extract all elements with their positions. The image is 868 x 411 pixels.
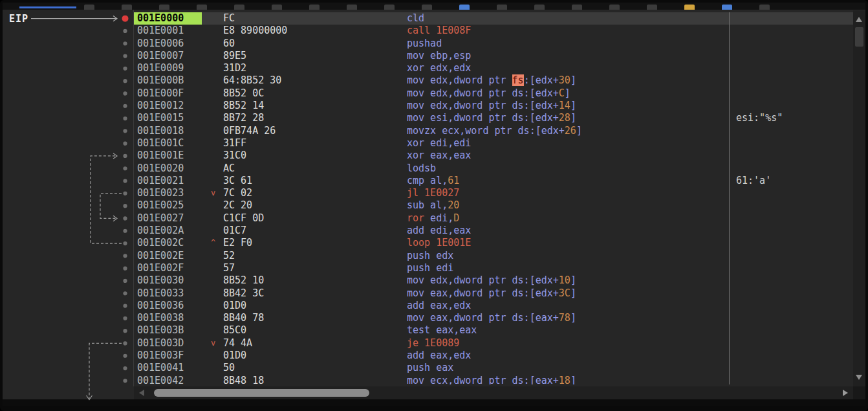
breakpoint-dot[interactable] [123, 254, 127, 258]
breakpoint-dot[interactable] [123, 291, 127, 295]
breakpoint-dot[interactable] [123, 91, 127, 95]
address-cell[interactable]: 001E0030 [134, 274, 202, 287]
instruction-cell[interactable]: mov eax,dword ptr ds:[edx+3C] [407, 287, 730, 300]
bytes-cell[interactable]: 8B72 28 [223, 112, 407, 124]
disasm-row[interactable]: 001E00180FB74A 26movzx ecx,word ptr ds:[… [134, 125, 853, 137]
instruction-cell[interactable]: je 1E0089 [407, 337, 730, 350]
disasm-row[interactable]: 001E004150push eax [134, 362, 853, 374]
instruction-cell[interactable]: sub al,20 [407, 199, 730, 212]
address-cell[interactable]: 001E0038 [134, 312, 202, 324]
address-cell[interactable]: 001E003D [134, 337, 202, 350]
disasm-row[interactable]: 001E003Dv74 4Aje 1E0089 [134, 337, 853, 350]
breakpoint-dot[interactable] [123, 54, 127, 58]
breakpoint-dot[interactable] [123, 41, 127, 45]
bytes-cell[interactable]: 7C 02 [223, 187, 407, 199]
breakpoint-dot[interactable] [123, 241, 127, 245]
breakpoint-dot[interactable] [123, 366, 127, 370]
scroll-down-icon[interactable] [856, 375, 862, 380]
toolbar-icon[interactable] [609, 5, 620, 10]
bytes-cell[interactable]: FC [223, 12, 407, 25]
address-cell[interactable]: 001E001E [134, 150, 202, 162]
breakpoint-dot[interactable] [123, 317, 127, 320]
instruction-cell[interactable]: xor edi,edi [407, 137, 730, 150]
toolbar-icon[interactable] [759, 5, 770, 10]
toolbar-icon[interactable] [497, 5, 507, 10]
breakpoint-dot[interactable] [123, 304, 127, 307]
bytes-cell[interactable]: 01D0 [223, 300, 407, 312]
toolbar-icon[interactable] [422, 5, 432, 10]
bytes-cell[interactable]: 01D0 [223, 350, 407, 362]
disasm-row[interactable]: 001E003B85C0test eax,eax [134, 324, 853, 337]
breakpoint-dot[interactable] [123, 354, 127, 358]
bytes-cell[interactable]: 01C7 [223, 225, 407, 237]
address-cell[interactable]: 001E0006 [134, 38, 202, 50]
instruction-cell[interactable]: pushad [407, 38, 730, 50]
disasm-row[interactable]: 001E002E52push edx [134, 250, 853, 262]
bytes-cell[interactable]: 74 4A [223, 337, 407, 350]
instruction-cell[interactable]: mov ecx,dword ptr ds:[eax+18] [407, 375, 730, 384]
scroll-right-icon[interactable] [843, 390, 848, 396]
address-cell[interactable]: 001E001C [134, 137, 202, 150]
bytes-cell[interactable]: 60 [223, 38, 407, 50]
breakpoint-dot[interactable] [123, 67, 127, 71]
disasm-row[interactable]: 001E00128B52 14mov edx,dword ptr ds:[edx… [134, 100, 853, 112]
instruction-cell[interactable]: movzx ecx,word ptr ds:[edx+26] [407, 125, 730, 137]
breakpoint-dot[interactable] [123, 341, 127, 345]
breakpoint-dot[interactable] [123, 142, 127, 146]
instruction-cell[interactable]: mov eax,dword ptr ds:[eax+78] [407, 312, 730, 324]
toolbar-icon[interactable] [234, 5, 244, 10]
bytes-cell[interactable]: E8 89000000 [223, 25, 407, 37]
bytes-cell[interactable]: 31D2 [223, 62, 407, 74]
vertical-scrollbar[interactable] [853, 10, 865, 386]
bytes-cell[interactable]: 0FB74A 26 [223, 125, 407, 137]
address-cell[interactable]: 001E0027 [134, 212, 202, 225]
bytes-cell[interactable]: E2 F0 [223, 237, 407, 249]
bytes-cell[interactable]: 8B40 78 [223, 312, 407, 324]
instruction-cell[interactable]: add eax,edx [407, 300, 730, 312]
disasm-row[interactable]: 001E0000FCcld [134, 12, 853, 25]
address-cell[interactable]: 001E0020 [134, 162, 202, 175]
instruction-cell[interactable]: mov ebp,esp [407, 50, 730, 62]
address-cell[interactable]: 001E000B [134, 74, 202, 87]
bytes-cell[interactable]: 64:8B52 30 [223, 74, 407, 87]
disasm-row[interactable]: 001E000B64:8B52 30mov edx,dword ptr fs:[… [134, 74, 853, 87]
address-cell[interactable]: 001E002C [134, 237, 202, 249]
bytes-cell[interactable]: 8B52 10 [223, 274, 407, 287]
toolbar-icon[interactable] [309, 5, 320, 10]
breakpoint-dot[interactable] [123, 329, 127, 333]
address-cell[interactable]: 001E0015 [134, 112, 202, 124]
instruction-cell[interactable]: push eax [407, 362, 730, 374]
address-cell[interactable]: 001E0009 [134, 62, 202, 74]
bytes-cell[interactable]: 89E5 [223, 50, 407, 62]
breakpoint-dot[interactable] [123, 279, 127, 283]
instruction-cell[interactable]: cmp al,61 [407, 175, 730, 187]
disasm-row[interactable]: 001E0023v7C 02jl 1E0027 [134, 187, 853, 199]
disasm-row[interactable]: 001E001C31FFxor edi,edi [134, 137, 853, 150]
toolbar-icon[interactable] [459, 5, 470, 10]
address-cell[interactable]: 001E002E [134, 250, 202, 262]
bytes-cell[interactable]: 8B48 18 [223, 375, 407, 384]
instruction-cell[interactable]: loop 1E001E [407, 237, 730, 249]
disasm-row[interactable]: 001E0001E8 89000000call 1E008F [134, 25, 853, 37]
address-cell[interactable]: 001E0042 [134, 375, 202, 384]
disasm-row[interactable]: 001E003601D0add eax,edx [134, 300, 853, 312]
breakpoint-dot[interactable] [123, 79, 127, 83]
toolbar-icon[interactable] [534, 5, 545, 10]
instruction-cell[interactable]: push edi [407, 262, 730, 274]
bytes-cell[interactable]: AC [223, 162, 407, 175]
breakpoint-dot[interactable] [123, 104, 127, 108]
breakpoint-dot[interactable] [123, 229, 127, 233]
address-cell[interactable]: 001E0001 [134, 25, 202, 37]
disasm-row[interactable]: 001E00338B42 3Cmov eax,dword ptr ds:[edx… [134, 287, 853, 300]
address-cell[interactable]: 001E0023 [134, 187, 202, 199]
instruction-cell[interactable]: lodsb [407, 162, 730, 175]
disasm-row[interactable]: 001E000660pushad [134, 38, 853, 50]
disasm-row[interactable]: 001E003F01D0add eax,edx [134, 350, 853, 362]
bytes-cell[interactable]: 3C 61 [223, 175, 407, 187]
bytes-cell[interactable]: 50 [223, 362, 407, 374]
instruction-cell[interactable]: mov edx,dword ptr ds:[edx+C] [407, 87, 730, 100]
toolbar-icon[interactable] [384, 5, 395, 10]
instruction-cell[interactable]: push edx [407, 250, 730, 262]
disasm-row[interactable]: 001E0027C1CF 0Dror edi,D [134, 212, 853, 225]
disasm-row[interactable]: 001E002C^E2 F0loop 1E001E [134, 237, 853, 249]
